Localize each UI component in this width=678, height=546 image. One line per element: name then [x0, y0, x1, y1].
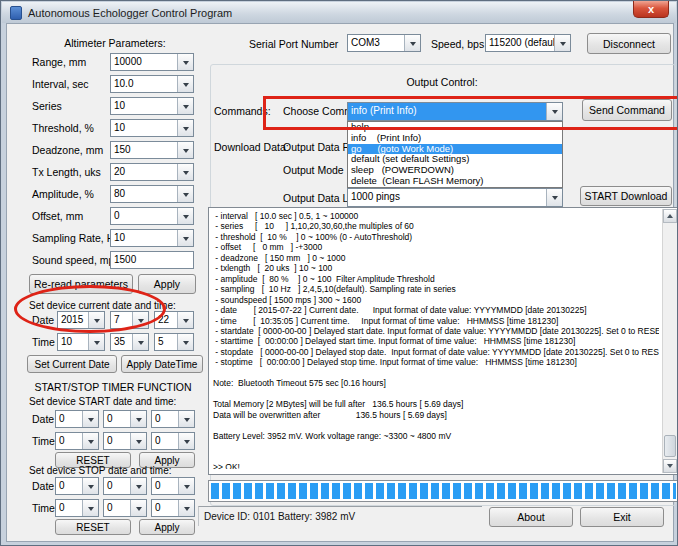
- txlength-combo[interactable]: 20: [110, 163, 194, 181]
- interval-value: 10.0: [111, 76, 177, 92]
- value: 0: [152, 411, 178, 427]
- chevron-down-icon: [177, 120, 193, 136]
- altimeter-heading: Altimeter Parameters:: [27, 37, 203, 49]
- output-data-length-value: 1000 pings: [348, 189, 546, 206]
- command-menu-item-sleep[interactable]: sleep (POWERDOWN): [348, 165, 562, 176]
- chevron-down-icon: [82, 411, 98, 427]
- altimeter-apply-button[interactable]: Apply: [138, 274, 196, 294]
- download-progress-bar: [208, 480, 678, 502]
- app-window: Autonomous Echologger Control Program x …: [0, 0, 678, 546]
- command-dropdown-menu: help info (Print Info) go (goto Work Mod…: [347, 121, 563, 188]
- deadzone-combo[interactable]: 150: [110, 141, 194, 159]
- start-download-button[interactable]: START Download: [580, 186, 672, 206]
- hour-value: 10: [58, 334, 88, 350]
- set-current-date-button[interactable]: Set Current Date: [27, 355, 117, 373]
- txlength-label: Tx Length, uks: [32, 166, 101, 178]
- soundspeed-input[interactable]: 1500: [110, 251, 194, 269]
- scroll-down-icon[interactable]: [663, 459, 677, 473]
- progress-fill: [211, 483, 676, 499]
- send-command-button[interactable]: Send Command: [582, 99, 672, 121]
- output-control-heading: Output Control:: [210, 76, 674, 88]
- chevron-down-icon: [177, 76, 193, 92]
- day-value: 22: [155, 312, 177, 328]
- stop-date-day-combo[interactable]: 0: [151, 477, 195, 495]
- command-combo[interactable]: info (Print Info): [347, 102, 563, 121]
- chevron-down-icon: [88, 334, 104, 350]
- interval-combo[interactable]: 10.0: [110, 75, 194, 93]
- start-time-hour-combo[interactable]: 0: [55, 432, 99, 450]
- current-datetime-heading: Set device current date and time:: [29, 300, 176, 311]
- dialog-client-area: Altimeter Parameters: Range, mm 10000 In…: [6, 23, 674, 542]
- start-time-second-combo[interactable]: 0: [151, 432, 195, 450]
- about-button[interactable]: About: [489, 507, 573, 527]
- deadzone-label: Deadzone, mm: [32, 144, 103, 156]
- amplitude-combo[interactable]: 80: [110, 185, 194, 203]
- current-date-month-combo[interactable]: 7: [110, 311, 149, 329]
- stop-date-month-combo[interactable]: 0: [103, 477, 147, 495]
- current-date-day-combo[interactable]: 22: [154, 311, 194, 329]
- stop-timer-apply-button[interactable]: Apply: [139, 519, 195, 535]
- chevron-down-icon: [546, 189, 562, 206]
- minute-value: 35: [111, 334, 132, 350]
- chevron-down-icon: [130, 411, 146, 427]
- samplingrate-combo[interactable]: 10: [110, 229, 194, 247]
- chevron-down-icon: [130, 478, 146, 494]
- command-menu-item-go[interactable]: go (goto Work Mode): [348, 144, 562, 155]
- offset-combo[interactable]: 0: [110, 207, 194, 225]
- command-menu-item-delete[interactable]: delete (Clean FLASH Memory): [348, 176, 562, 187]
- interval-label: Interval, sec: [32, 78, 89, 90]
- value: 0: [152, 433, 178, 449]
- value: 0: [104, 478, 130, 494]
- range-value: 10000: [111, 54, 177, 70]
- serial-port-value: COM3: [348, 35, 404, 51]
- stop-timer-reset-button[interactable]: RESET: [55, 519, 131, 535]
- chevron-down-icon: [82, 478, 98, 494]
- start-date-month-combo[interactable]: 0: [103, 410, 147, 428]
- exit-button[interactable]: Exit: [580, 507, 664, 527]
- current-date-year-combo[interactable]: 2015: [57, 311, 105, 329]
- threshold-combo[interactable]: 10: [110, 119, 194, 137]
- command-menu-item-help[interactable]: help: [348, 122, 562, 133]
- current-time-second-combo[interactable]: 5: [154, 333, 194, 351]
- start-date-year-combo[interactable]: 0: [55, 410, 99, 428]
- command-menu-item-info[interactable]: info (Print Info): [348, 133, 562, 144]
- chevron-down-icon: [177, 54, 193, 70]
- scroll-up-icon[interactable]: [663, 209, 677, 223]
- scrollbar-thumb[interactable]: [664, 435, 676, 457]
- current-time-hour-combo[interactable]: 10: [57, 333, 105, 351]
- stop-date-year-combo[interactable]: 0: [55, 477, 99, 495]
- month-value: 7: [111, 312, 132, 328]
- threshold-value: 10: [111, 120, 177, 136]
- chevron-down-icon: [554, 35, 570, 51]
- current-time-minute-combo[interactable]: 35: [110, 333, 149, 351]
- deadzone-value: 150: [111, 142, 177, 158]
- stop-time-second-combo[interactable]: 0: [151, 499, 195, 517]
- range-label: Range, mm: [32, 56, 86, 68]
- start-time-minute-combo[interactable]: 0: [103, 432, 147, 450]
- title-bar: Autonomous Echologger Control Program: [2, 2, 676, 23]
- range-combo[interactable]: 10000: [110, 53, 194, 71]
- year-value: 2015: [58, 312, 88, 328]
- serial-port-combo[interactable]: COM3: [347, 34, 421, 52]
- apply-datetime-button[interactable]: Apply DateTime: [121, 355, 203, 373]
- chevron-down-icon: [178, 478, 194, 494]
- stop-date-label: Date: [32, 480, 54, 492]
- app-icon: [10, 6, 22, 20]
- disconnect-button[interactable]: Disconnect: [587, 33, 671, 54]
- console-scrollbar[interactable]: [662, 209, 677, 473]
- chevron-down-icon: [177, 164, 193, 180]
- close-button[interactable]: x: [633, 1, 669, 18]
- series-value: 10: [111, 98, 177, 114]
- speed-combo[interactable]: 115200 (default): [485, 34, 571, 52]
- chevron-down-icon: [177, 312, 193, 328]
- start-date-day-combo[interactable]: 0: [151, 410, 195, 428]
- offset-label: Offset, mm: [32, 210, 83, 222]
- series-combo[interactable]: 10: [110, 97, 194, 115]
- stop-time-minute-combo[interactable]: 0: [103, 499, 147, 517]
- chevron-down-icon: [178, 500, 194, 516]
- output-data-length-combo[interactable]: 1000 pings: [347, 188, 563, 207]
- stop-time-hour-combo[interactable]: 0: [55, 499, 99, 517]
- command-menu-item-default[interactable]: default (set default Settings): [348, 154, 562, 165]
- reread-parameters-button[interactable]: Re-read parameters: [29, 274, 133, 294]
- chevron-down-icon: [130, 433, 146, 449]
